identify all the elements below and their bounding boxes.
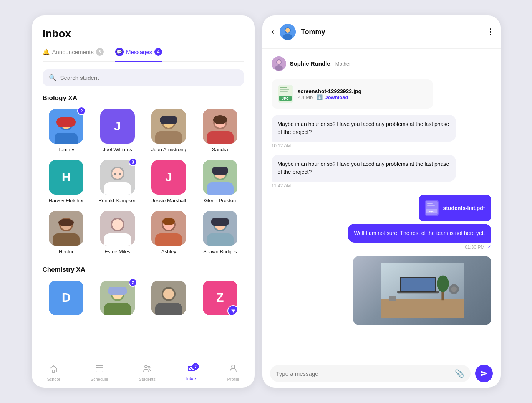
student-ashley[interactable]: Ashley [145, 211, 193, 255]
student-chem-3[interactable] [145, 281, 193, 318]
download-button[interactable]: ⬇️ Download [317, 94, 348, 100]
back-button[interactable]: ‹ [272, 27, 274, 37]
message-input[interactable] [276, 370, 451, 377]
sender-role: Mother [335, 61, 351, 67]
svg-point-34 [112, 219, 123, 230]
search-icon: 🔍 [49, 74, 56, 81]
jpg-file-icon: JPG [278, 85, 293, 103]
sender-name-role: Sophie Rundle, Mother [290, 60, 351, 67]
sender-info: Sophie Rundle, Mother [272, 56, 491, 71]
student-sandra[interactable]: Sandra [196, 109, 244, 153]
nav-school[interactable]: School [47, 364, 60, 382]
left-content: 🔍 Biology XA [32, 62, 255, 359]
svg-point-21 [119, 173, 121, 175]
bottom-nav: School Schedule Students 7 Inbox [32, 359, 255, 388]
sent-image [353, 256, 491, 325]
check-icon: ✓ [487, 244, 491, 250]
svg-rect-50 [108, 287, 127, 295]
juan-name: Juan Armstrong [151, 147, 186, 153]
sandra-avatar [203, 109, 237, 144]
more-dot-2 [490, 31, 491, 33]
bell-icon: 🔔 [43, 48, 50, 55]
joel-avatar: J [100, 109, 135, 144]
svg-text:JPG: JPG [282, 97, 288, 101]
svg-rect-49 [104, 303, 131, 315]
tab-announcements-label: Announcements [52, 49, 94, 55]
svg-rect-54 [155, 303, 182, 315]
nav-schedule[interactable]: Schedule [91, 364, 108, 382]
tab-messages-label: Messages [126, 49, 152, 55]
glenn-avatar [203, 160, 237, 195]
file-details: screenshot-12923923.jpg 2.4 Mb ⬇️ Downlo… [298, 88, 427, 100]
student-chem-filter[interactable]: Z [196, 281, 244, 318]
svg-point-62 [232, 365, 235, 368]
svg-rect-2 [55, 133, 78, 144]
svg-rect-80 [427, 203, 433, 204]
send-button[interactable] [475, 365, 493, 382]
svg-point-5 [58, 123, 63, 127]
svg-text:PPT: PPT [429, 210, 435, 213]
sent-meta: 01:30 PM ✓ [465, 244, 491, 250]
nav-inbox[interactable]: 7 Inbox [186, 365, 197, 381]
svg-point-65 [285, 28, 290, 33]
search-input[interactable] [60, 74, 238, 81]
harvey-avatar: H [49, 160, 83, 195]
nav-profile[interactable]: Profile [227, 364, 239, 382]
svg-point-53 [163, 289, 174, 299]
svg-rect-19 [104, 182, 131, 195]
search-box[interactable]: 🔍 [43, 69, 244, 86]
svg-point-89 [437, 275, 449, 292]
svg-rect-81 [427, 205, 435, 206]
students-icon [143, 364, 152, 375]
chat-contact-avatar [280, 24, 296, 40]
ashley-name: Ashley [161, 249, 176, 255]
svg-rect-10 [160, 116, 177, 124]
student-juan[interactable]: Juan Armstrong [145, 109, 193, 153]
student-harvey[interactable]: H Harvey Fletcher [43, 160, 90, 204]
svg-point-66 [283, 34, 292, 40]
chem-3-avatar [151, 281, 186, 315]
more-options-button[interactable] [490, 28, 491, 35]
student-esme[interactable]: Esme Miles [94, 211, 141, 255]
svg-point-60 [145, 365, 147, 368]
svg-point-40 [162, 218, 175, 225]
tabs: 🔔 Announcements 3 💬 Messages 4 [43, 48, 244, 62]
student-jessie[interactable]: J Jessie Marshall [145, 160, 193, 204]
ronald-avatar [100, 160, 135, 195]
student-hector[interactable]: Hector [43, 211, 90, 255]
svg-rect-35 [104, 233, 131, 246]
student-shawn[interactable]: Shawn Bridges [196, 211, 244, 255]
student-tommy[interactable]: 2 Tommy [43, 109, 90, 153]
received-bubble-2: Maybe in an hour or so? Have you faced a… [272, 155, 456, 182]
attachment-button[interactable]: 📎 [455, 369, 464, 378]
msg-time-1: 10:12 AM [272, 143, 491, 149]
right-panel: ‹ Tommy [262, 15, 501, 388]
chem-2-avatar [100, 281, 135, 315]
student-chem-2[interactable]: 2 [94, 281, 141, 318]
section-biology-title: Biology XA [43, 94, 244, 102]
student-joel[interactable]: J Joel Williams [94, 109, 141, 153]
sent-time: 01:30 PM [465, 244, 484, 250]
received-file-attachment[interactable]: JPG screenshot-12923923.jpg 2.4 Mb ⬇️ Do… [272, 79, 433, 109]
left-panel: Inbox 🔔 Announcements 3 💬 Messages 4 🔍 [32, 15, 255, 388]
esme-avatar [100, 211, 135, 246]
sender-avatar [272, 56, 286, 71]
joel-name: Joel Williams [103, 147, 132, 153]
glenn-name: Glenn Preston [204, 198, 236, 204]
svg-rect-76 [280, 91, 288, 92]
svg-point-61 [148, 367, 150, 368]
svg-rect-56 [96, 365, 103, 372]
tab-announcements[interactable]: 🔔 Announcements 3 [43, 48, 104, 62]
nav-students[interactable]: Students [139, 364, 155, 382]
student-glenn[interactable]: Glenn Preston [196, 160, 244, 204]
received-bubble-1: Maybe in an hour or so? Have you faced a… [272, 115, 456, 142]
student-ronald[interactable]: 3 Ronald Sampson [94, 160, 141, 204]
nav-inbox-label: Inbox [186, 376, 197, 381]
svg-point-20 [114, 173, 116, 175]
svg-rect-25 [207, 182, 234, 195]
student-chem-d[interactable]: D [43, 281, 90, 318]
tab-messages[interactable]: 💬 Messages 4 [115, 48, 162, 62]
message-input-wrap: 📎 [270, 365, 471, 382]
sender-name: Sophie Rundle [290, 60, 330, 67]
schedule-icon [95, 364, 104, 375]
